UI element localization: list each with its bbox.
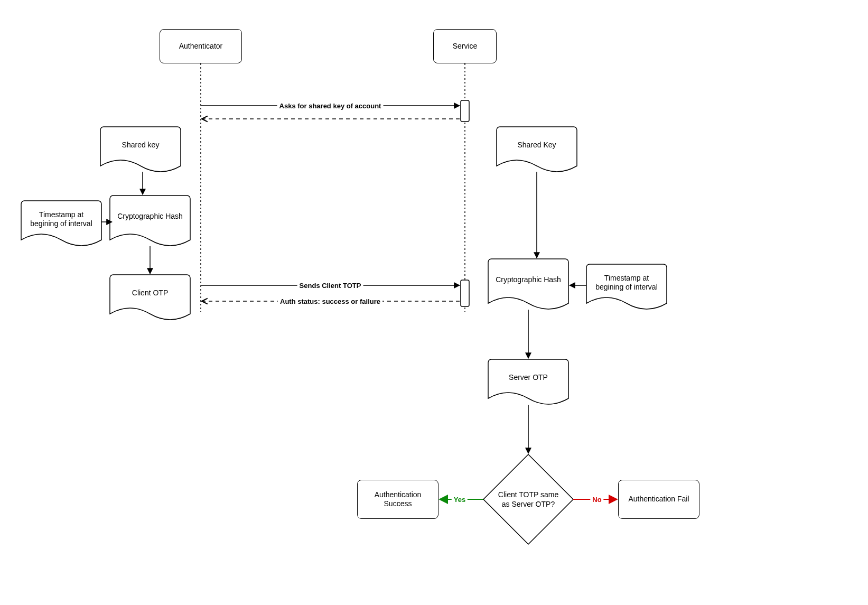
server-timestamp-text: Timestamp at begining of interval (586, 264, 667, 301)
label-auth-status: Auth status: success or failure (278, 297, 382, 305)
auth-success-label: Authentication Success (361, 490, 435, 509)
service-activation-1 (461, 100, 469, 122)
diagram-canvas: Authenticator Service Authentication Suc… (0, 0, 868, 605)
service-activation-2 (461, 280, 469, 306)
label-yes: Yes (452, 496, 468, 504)
server-hash-text: Cryptographic Hash (488, 259, 568, 301)
auth-fail-label: Authentication Fail (628, 495, 689, 504)
service-label: Service (453, 42, 478, 51)
decision-text: Client TOTP same as Server OTP? (497, 490, 560, 509)
client-timestamp-text: Timestamp at begining of interval (21, 201, 101, 238)
label-no: No (590, 496, 603, 504)
client-hash-text: Cryptographic Hash (110, 196, 190, 238)
client-otp-text: Client OTP (110, 275, 190, 312)
authenticator-box: Authenticator (160, 29, 242, 63)
label-send-totp: Sends Client TOTP (297, 282, 363, 290)
service-box: Service (433, 29, 497, 63)
server-otp-text: Server OTP (488, 359, 568, 396)
auth-fail-box: Authentication Fail (618, 480, 699, 519)
authenticator-label: Authenticator (179, 42, 223, 51)
client-shared-key-text: Shared key (100, 127, 181, 164)
label-ask-key: Asks for shared key of account (277, 102, 384, 110)
auth-success-box: Authentication Success (357, 480, 438, 519)
server-shared-key-text: Shared Key (497, 127, 577, 164)
